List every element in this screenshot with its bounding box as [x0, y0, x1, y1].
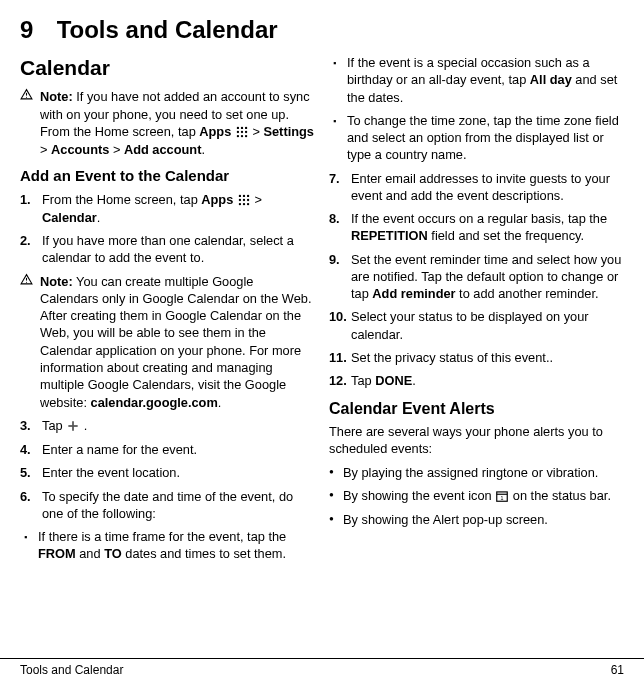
step-9: 9.Set the event reminder time and select… — [329, 251, 624, 303]
svg-text:1: 1 — [501, 494, 504, 500]
step-1: 1. From the Home screen, tap Apps > Cale… — [20, 191, 315, 227]
step-6-sub-1: If there is a time frame for the event, … — [38, 528, 315, 563]
apps-grid-icon — [237, 192, 251, 209]
svg-point-14 — [239, 198, 241, 200]
svg-point-8 — [237, 135, 239, 137]
note-label: Note: — [40, 274, 73, 289]
right-column: If the event is a special occasion such … — [329, 54, 624, 569]
chapter-number: 9 — [20, 16, 50, 44]
plus-icon — [66, 418, 80, 435]
note-label: Note: — [40, 89, 73, 104]
svg-point-9 — [241, 135, 243, 137]
step-11: 11.Set the privacy status of this event.… — [329, 349, 624, 366]
step-12: 12.Tap DONE. — [329, 372, 624, 389]
svg-point-10 — [245, 135, 247, 137]
svg-point-15 — [243, 198, 245, 200]
note-multiple-calendars: Note: You can create multiple Google Cal… — [20, 273, 315, 411]
alert-item-3: By showing the Alert pop-up screen. — [343, 511, 624, 528]
svg-point-12 — [243, 194, 245, 196]
step-6: 6. To specify the date and time of the e… — [20, 488, 315, 523]
warning-icon — [20, 273, 34, 411]
svg-point-19 — [247, 203, 249, 205]
step-6-sublist-cont: If the event is a special occasion such … — [329, 54, 624, 164]
steps-list-cont: 3. Tap . 4. Enter a name for the event. … — [20, 417, 315, 522]
step-7: 7.Enter email addresses to invite guests… — [329, 170, 624, 205]
chapter-heading: 9 Tools and Calendar — [20, 16, 624, 44]
subheading-add-event: Add an Event to the Calendar — [20, 166, 315, 186]
svg-point-18 — [243, 203, 245, 205]
note-account-setup: Note: If you have not added an account t… — [20, 88, 315, 158]
svg-point-4 — [245, 127, 247, 129]
alerts-list: By playing the assigned ringtone or vibr… — [329, 464, 624, 529]
calendar-event-icon: 1 — [495, 488, 509, 505]
page-content: 9 Tools and Calendar Calendar Note: If y… — [0, 0, 644, 648]
alerts-intro: There are several ways your phone alerts… — [329, 423, 624, 458]
svg-point-1 — [26, 97, 27, 98]
step-6-sub-3: To change the time zone, tap the time zo… — [347, 112, 624, 164]
step-4: 4. Enter a name for the event. — [20, 441, 315, 458]
svg-point-13 — [247, 194, 249, 196]
step-6-sublist: If there is a time frame for the event, … — [20, 528, 315, 563]
svg-point-16 — [247, 198, 249, 200]
footer-title: Tools and Calendar — [20, 663, 123, 677]
left-column: Calendar Note: If you have not added an … — [20, 54, 315, 569]
two-column-layout: Calendar Note: If you have not added an … — [20, 54, 624, 569]
svg-point-3 — [241, 127, 243, 129]
step-10: 10.Select your status to be displayed on… — [329, 308, 624, 343]
subheading-event-alerts: Calendar Event Alerts — [329, 398, 624, 420]
page-number: 61 — [611, 663, 624, 677]
svg-point-17 — [239, 203, 241, 205]
svg-point-7 — [245, 131, 247, 133]
step-2: 2. If you have more than one calendar, s… — [20, 232, 315, 267]
step-3: 3. Tap . — [20, 417, 315, 435]
step-6-sub-2: If the event is a special occasion such … — [347, 54, 624, 106]
note-text: Note: You can create multiple Google Cal… — [40, 273, 315, 411]
svg-point-21 — [26, 281, 27, 282]
svg-point-6 — [241, 131, 243, 133]
apps-grid-icon — [235, 124, 249, 141]
step-5: 5. Enter the event location. — [20, 464, 315, 481]
page-footer: Tools and Calendar 61 — [0, 658, 644, 677]
svg-point-2 — [237, 127, 239, 129]
svg-point-5 — [237, 131, 239, 133]
alert-item-1: By playing the assigned ringtone or vibr… — [343, 464, 624, 481]
warning-icon — [20, 88, 34, 158]
steps-list: 1. From the Home screen, tap Apps > Cale… — [20, 191, 315, 267]
step-8: 8.If the event occurs on a regular basis… — [329, 210, 624, 245]
alert-item-2: By showing the event icon 1 on the statu… — [343, 487, 624, 505]
section-heading-calendar: Calendar — [20, 54, 315, 82]
steps-list-cont2: 7.Enter email addresses to invite guests… — [329, 170, 624, 390]
note-text: Note: If you have not added an account t… — [40, 88, 315, 158]
svg-point-11 — [239, 194, 241, 196]
chapter-title: Tools and Calendar — [57, 16, 278, 43]
